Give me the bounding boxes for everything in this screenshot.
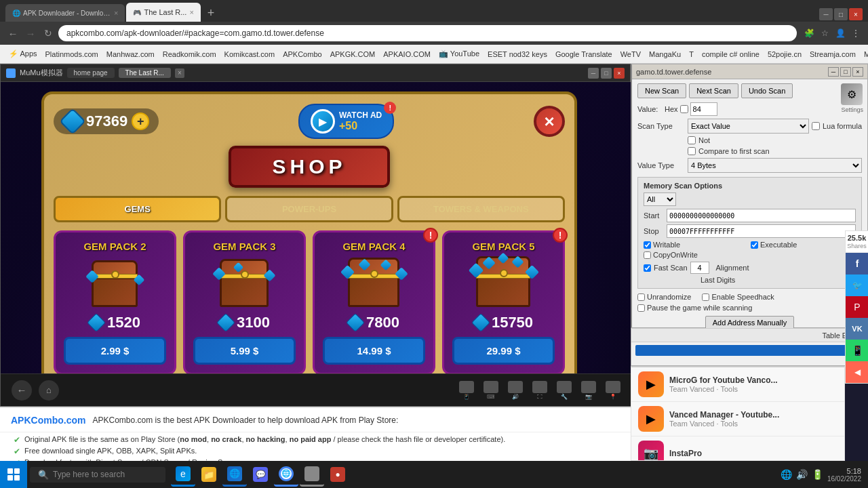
value-type-select[interactable]: 4 Bytes	[688, 158, 862, 173]
pack4-buy-button[interactable]: 14.99 $	[323, 337, 425, 365]
app-item-2[interactable]: ▶ Vanced Manager - Youtube... Team Vance…	[631, 402, 844, 436]
fast-scan-checkbox[interactable]	[644, 264, 651, 272]
ce-close-btn[interactable]: ×	[852, 67, 863, 77]
bookmark-youtube[interactable]: 📺 YouTube	[435, 48, 483, 60]
speedhack-checkbox[interactable]	[702, 293, 709, 301]
twitter-share-btn[interactable]: 🐦	[846, 274, 868, 296]
location-btn[interactable]: 📍	[606, 381, 620, 400]
volume-btn[interactable]: 🔊	[508, 381, 523, 400]
extensions-button[interactable]: 🧩	[802, 26, 816, 40]
bookmark-eset[interactable]: ESET nod32 keys	[484, 49, 551, 60]
maximize-button[interactable]: □	[834, 8, 848, 20]
bookmark-manhwaz[interactable]: Manhwaz.com	[103, 49, 158, 60]
vk-share-btn[interactable]: VK	[846, 318, 868, 340]
taskbar-app-5[interactable]	[300, 462, 324, 487]
facebook-share-btn[interactable]: f	[846, 253, 868, 274]
taskbar-app-explorer[interactable]: 📁	[197, 462, 221, 487]
bookmark-readkomik[interactable]: Readkomik.com	[159, 49, 220, 60]
tools-btn[interactable]: 🔧	[557, 381, 572, 400]
menu-button[interactable]: ⋮	[849, 26, 863, 40]
new-scan-button[interactable]: New Scan	[637, 83, 686, 98]
bookmark-apkcombo[interactable]: APKCombo	[279, 49, 325, 60]
taskbar-app-6[interactable]: ●	[326, 462, 350, 487]
bookmark-mangaku[interactable]: MangaKu	[646, 49, 684, 60]
ce-max-btn[interactable]: □	[840, 67, 851, 77]
emu-tab-game[interactable]: The Last R...	[119, 68, 171, 78]
emu-tab-close[interactable]: ×	[175, 68, 184, 78]
start-input[interactable]	[667, 209, 856, 222]
whatsapp-share-btn[interactable]: 📱	[846, 340, 868, 361]
hex-checkbox[interactable]	[680, 105, 688, 113]
taskbar-app-edge[interactable]: e	[171, 462, 195, 487]
bookmark-streamja[interactable]: Streamja.com	[806, 49, 859, 60]
add-address-button[interactable]: Add Address Manually	[705, 316, 794, 329]
copyonwrite-checkbox[interactable]	[644, 251, 651, 259]
back-button[interactable]: ←	[5, 26, 20, 41]
tab-towers-weapons[interactable]: TOWERS & WEAPONS	[397, 196, 565, 222]
ce-min-btn[interactable]: ─	[828, 67, 839, 77]
add-gems-button[interactable]: +	[132, 113, 149, 130]
shop-close-button[interactable]: ×	[534, 106, 565, 137]
close-browser-button[interactable]: ×	[849, 8, 863, 20]
apps-bookmark[interactable]: ⚡ Apps	[5, 48, 41, 60]
watch-ad-button[interactable]: ▶ WATCH AD +50 !	[298, 104, 394, 139]
tab-apk[interactable]: 🌐 APK Downloader - Download A... ×	[5, 4, 125, 22]
screen-btn[interactable]: 📱	[459, 381, 474, 400]
camera-btn[interactable]: 📷	[581, 381, 596, 400]
new-tab-button[interactable]: +	[202, 4, 220, 22]
bookmark-komikcast[interactable]: Komikcast.com	[221, 49, 279, 60]
fullscreen-btn[interactable]: ⛶	[532, 381, 547, 400]
pack5-buy-button[interactable]: 29.99 $	[452, 337, 555, 365]
emu-max-btn[interactable]: □	[601, 68, 612, 79]
taskbar-search[interactable]: 🔍 Type here to search	[30, 467, 165, 483]
pack2-buy-button[interactable]: 2.99 $	[64, 337, 166, 365]
scan-type-select[interactable]: Exact Value	[688, 119, 809, 134]
pause-checkbox[interactable]	[637, 304, 645, 312]
sharethis-btn[interactable]: ◀	[846, 361, 868, 383]
executable-checkbox[interactable]	[751, 241, 758, 249]
app-item-1[interactable]: ▶ MicroG for Youtube Vanco... Team Vance…	[631, 367, 844, 402]
emu-min-btn[interactable]: ─	[588, 68, 599, 79]
stop-input[interactable]	[667, 224, 856, 238]
tab-power-ups[interactable]: POWER-UPS	[225, 196, 393, 222]
pinterest-share-btn[interactable]: P	[846, 296, 868, 318]
tab-gems[interactable]: GEMS	[54, 196, 221, 222]
app-item-3[interactable]: 📷 InstaPro	[631, 436, 844, 461]
keyboard-btn[interactable]: ⌨	[484, 381, 498, 400]
bookmark-compile[interactable]: compile c# online	[698, 49, 763, 60]
value-input[interactable]	[690, 102, 717, 116]
bookmark-apkgk[interactable]: APKGK.COM	[327, 49, 379, 60]
emu-tab-home[interactable]: home page	[67, 68, 115, 78]
pack3-buy-button[interactable]: 5.99 $	[193, 337, 296, 365]
unrandomize-checkbox[interactable]	[637, 293, 645, 301]
bookmark-52pojie[interactable]: 52pojie.cn	[764, 49, 805, 60]
emu-close-btn[interactable]: ×	[614, 68, 625, 79]
bookmark-apkaio[interactable]: APKAIO.COM	[380, 49, 434, 60]
bookmark-t[interactable]: T	[686, 49, 697, 60]
home-button[interactable]: ⌂	[39, 380, 59, 401]
tab-close-icon[interactable]: ×	[114, 9, 118, 17]
tab-game[interactable]: 🎮 The Last R... ×	[126, 3, 200, 22]
forward-button[interactable]: →	[23, 26, 38, 41]
fast-scan-input[interactable]	[690, 262, 709, 274]
taskbar-app-browser[interactable]: 🌐	[222, 462, 247, 487]
memory-all-select[interactable]: All	[644, 192, 676, 206]
bookmark-gtranslate[interactable]: Google Translate	[552, 49, 616, 60]
taskbar-app-discord[interactable]: 💬	[248, 462, 273, 487]
bookmark-wetv[interactable]: WeTV	[617, 49, 644, 60]
lua-formula-checkbox[interactable]	[812, 122, 820, 130]
not-checkbox[interactable]	[688, 136, 696, 144]
compare-checkbox[interactable]	[688, 147, 696, 155]
writable-checkbox[interactable]	[644, 241, 651, 249]
undo-scan-button[interactable]: Undo Scan	[741, 83, 793, 98]
bookmark-mangaboss[interactable]: MANGABOSS.ORG	[861, 49, 868, 60]
reload-button[interactable]: ↻	[41, 26, 56, 41]
start-button[interactable]	[0, 461, 27, 488]
minimize-button[interactable]: ─	[819, 8, 833, 20]
settings-button[interactable]: ⚙	[841, 83, 863, 105]
taskbar-app-chrome[interactable]: 🌐	[274, 462, 298, 487]
profile-button[interactable]: 👤	[833, 26, 847, 40]
star-button[interactable]: ☆	[818, 26, 831, 40]
address-input[interactable]: apkcombo.com/apk-downloader/#package=com…	[58, 25, 797, 41]
bookmark-platinmods[interactable]: Platinmods.com	[42, 49, 102, 60]
